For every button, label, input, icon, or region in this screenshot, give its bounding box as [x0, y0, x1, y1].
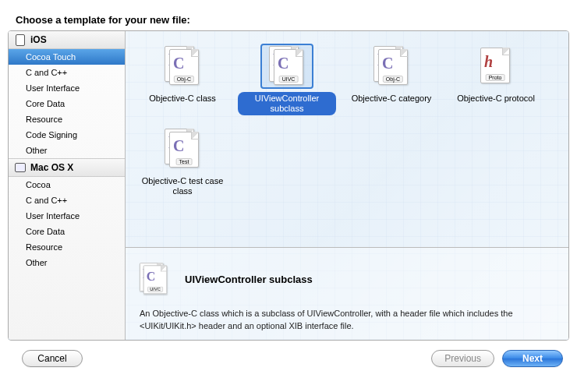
sidebar-item-cocoa-touch[interactable]: Cocoa Touch — [9, 49, 125, 65]
file-icon: hProto — [478, 46, 514, 87]
sidebar-item-resource-mac[interactable]: Resource — [9, 239, 125, 255]
detail-description: An Objective-C class which is a subclass… — [140, 307, 554, 332]
dialog-title: Choose a template for your new file: — [8, 8, 569, 30]
sidebar-item-code-signing[interactable]: Code Signing — [9, 127, 125, 143]
platform-label: Mac OS X — [30, 162, 73, 173]
file-pair-icon: h CObj-C — [373, 46, 409, 87]
detail-file-icon: h CUIVC — [140, 263, 168, 295]
platform-label: iOS — [30, 34, 47, 45]
sidebar-item-c-cpp-mac[interactable]: C and C++ — [9, 192, 125, 208]
detail-title: UIViewController subclass — [185, 274, 313, 285]
sidebar-item-core-data-mac[interactable]: Core Data — [9, 224, 125, 239]
next-button[interactable]: Next — [502, 350, 563, 367]
template-objective-c-test-case[interactable]: h CTest Objective-C test case class — [130, 123, 235, 206]
button-bar: Cancel Previous Next — [8, 341, 569, 367]
sidebar-item-cocoa[interactable]: Cocoa — [9, 177, 125, 192]
platform-header-ios[interactable]: iOS — [9, 31, 125, 49]
new-file-dialog: Choose a template for your new file: iOS… — [8, 8, 569, 384]
sidebar-item-other[interactable]: Other — [9, 143, 125, 158]
template-objective-c-protocol[interactable]: hProto Objective-C protocol — [444, 41, 548, 123]
sidebar-item-other-mac[interactable]: Other — [9, 255, 125, 270]
template-label: Objective-C test case class — [133, 175, 232, 198]
template-objective-c-class[interactable]: h CObj-C Objective-C class — [130, 41, 235, 123]
file-pair-icon: h CTest — [165, 129, 200, 169]
file-pair-icon: h CUIVC — [269, 46, 305, 87]
template-label: Objective-C protocol — [452, 92, 540, 105]
content-area: h CObj-C Objective-C class h CUIVC UIVie… — [126, 31, 568, 340]
file-pair-icon: h CObj-C — [165, 46, 200, 87]
sidebar-item-resource[interactable]: Resource — [9, 111, 125, 127]
main-panel: iOS Cocoa Touch C and C++ User Interface… — [8, 30, 569, 341]
template-detail: h CUIVC UIViewController subclass An Obj… — [126, 247, 568, 340]
sidebar-item-user-interface[interactable]: User Interface — [9, 80, 125, 96]
template-label: Objective-C category — [347, 92, 437, 105]
category-sidebar: iOS Cocoa Touch C and C++ User Interface… — [9, 31, 126, 340]
template-objective-c-category[interactable]: h CObj-C Objective-C category — [339, 41, 444, 123]
sidebar-item-core-data[interactable]: Core Data — [9, 96, 125, 111]
sidebar-item-user-interface-mac[interactable]: User Interface — [9, 208, 125, 224]
template-uiviewcontroller-subclass[interactable]: h CUIVC UIViewController subclass — [235, 41, 339, 123]
sidebar-item-c-cpp[interactable]: C and C++ — [9, 65, 125, 80]
template-label: Objective-C class — [144, 92, 221, 105]
mac-device-icon — [15, 162, 26, 173]
platform-header-macosx[interactable]: Mac OS X — [9, 158, 125, 177]
previous-button[interactable]: Previous — [431, 350, 494, 367]
template-grid: h CObj-C Objective-C class h CUIVC UIVie… — [126, 31, 568, 247]
ios-device-icon — [15, 34, 26, 45]
cancel-button[interactable]: Cancel — [22, 350, 83, 367]
template-label: UIViewController subclass — [238, 92, 336, 115]
